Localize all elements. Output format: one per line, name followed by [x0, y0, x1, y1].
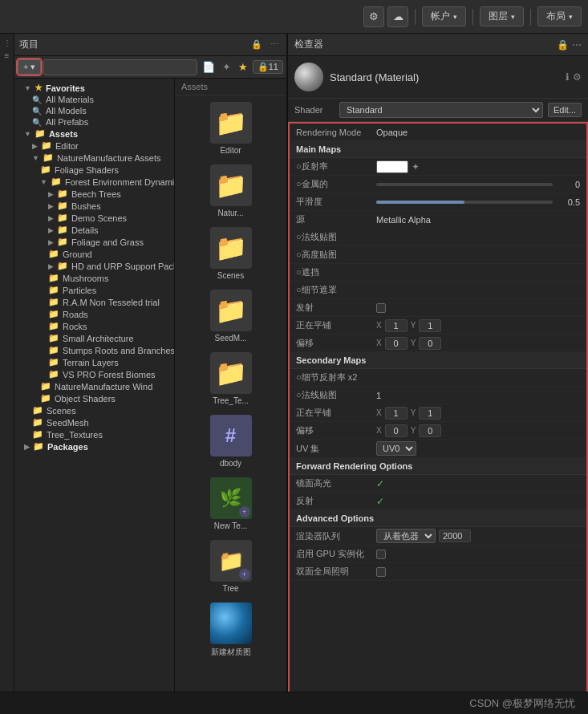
double-sided-checkbox[interactable] — [376, 567, 386, 577]
shader-edit-btn[interactable]: Edit... — [548, 103, 582, 117]
tree-vs-pro[interactable]: 📁 VS PRO Forest Biomes — [14, 368, 174, 380]
tree-beech-trees[interactable]: ▶ 📁 Beech Trees — [14, 188, 174, 200]
tiling-x[interactable]: 1 — [385, 319, 408, 332]
packages-icon: 📁 — [33, 441, 44, 452]
metallic-slider[interactable] — [376, 183, 553, 186]
tiling-xy: X 1 Y 1 — [376, 319, 441, 332]
asset-seedmesh[interactable]: 📁 SeedM... — [210, 290, 252, 343]
tree-mushrooms[interactable]: 📁 Mushrooms — [14, 272, 174, 284]
offset-x[interactable]: 0 — [385, 337, 408, 350]
scenes-folder-icon: 📁 — [32, 405, 43, 416]
tree-asset-label: Tree — [222, 584, 238, 593]
material-info-icon[interactable]: ℹ — [566, 71, 570, 83]
albedo-swatch[interactable] — [376, 160, 408, 173]
asset-editor[interactable]: 📁 Editor — [210, 102, 252, 155]
tree-forest-env[interactable]: ▼ 📁 Forest Environment Dynamic Nature — [14, 176, 174, 188]
source-value: Metallic Alpha — [376, 215, 580, 225]
main-layout: ⋮ ≡ 项目 🔒 ⋯ + ▾ 📄 ✦ ★ 🔒11 — [0, 34, 588, 714]
shader-select[interactable]: Standard — [339, 102, 543, 118]
separator-1 — [415, 9, 416, 25]
reflection-value: ✓ — [376, 496, 580, 507]
layout-button[interactable]: 布局 ▾ — [537, 6, 582, 26]
tree-nature-assets[interactable]: ▼ 📁 NatureManufacture Assets — [14, 152, 174, 164]
asset-nature[interactable]: 📁 Natur... — [210, 164, 252, 217]
material-settings-icon[interactable]: ⚙ — [573, 71, 582, 83]
asset-new-texture[interactable]: 🌿 + New Te... — [210, 477, 252, 530]
sec-tiling-x[interactable]: 1 — [385, 407, 408, 420]
tree-details[interactable]: ▶ 📁 Details — [14, 224, 174, 236]
panel-lock-btn[interactable]: 🔒 — [249, 39, 265, 51]
tree-scenes[interactable]: 📁 Scenes — [14, 404, 174, 416]
tree-foliage-grass[interactable]: ▶ 📁 Foliage and Grass — [14, 236, 174, 248]
layers-button[interactable]: 图层 ▾ — [480, 6, 524, 26]
uv-select[interactable]: UV0 — [376, 441, 416, 456]
seedmesh-asset-label: SeedM... — [214, 334, 246, 343]
tree-all-materials[interactable]: 🔍 All Materials — [14, 94, 174, 105]
sec-offset-y[interactable]: 0 — [419, 424, 441, 437]
tree-bushes[interactable]: ▶ 📁 Bushes — [14, 200, 174, 212]
smoothness-value: 0.5 — [376, 197, 580, 207]
gpu-checkbox[interactable] — [376, 550, 386, 559]
inspector-lock-btn[interactable]: 🔒 — [557, 39, 569, 51]
tree-nm-wind[interactable]: 📁 NatureManufacture Wind — [14, 380, 174, 392]
asset-sphere[interactable]: 新建材质图 — [210, 602, 252, 658]
inspector-more-btn[interactable]: ⋯ — [572, 39, 582, 51]
detail-albedo-row: ○细节反射率 x2 — [290, 369, 586, 387]
eyedropper-icon-btn[interactable]: ✦ — [220, 60, 233, 74]
asset-scenes[interactable]: 📁 Scenes — [210, 227, 252, 280]
asset-icon-btn[interactable]: 📄 — [200, 60, 217, 74]
smoothness-slider[interactable] — [376, 201, 553, 204]
tree-particles[interactable]: 📁 Particles — [14, 284, 174, 296]
tree-ground[interactable]: 📁 Ground — [14, 248, 174, 260]
add-button[interactable]: + ▾ — [18, 59, 41, 75]
settings-icon-btn[interactable]: ⚙ — [363, 6, 384, 27]
beech-icon: 📁 — [57, 189, 68, 199]
offset-y[interactable]: 0 — [419, 337, 441, 350]
source-label: 源 — [296, 213, 376, 225]
sec-tiling-y[interactable]: 1 — [419, 407, 441, 420]
account-button[interactable]: 帐户 ▾ — [422, 6, 466, 26]
tree-small-arch[interactable]: 📁 Small Architecture — [14, 332, 174, 344]
star-icon-btn[interactable]: ★ — [236, 60, 250, 74]
tree-hd-urp[interactable]: ▶ 📁 HD and URP Support Packs — [14, 260, 174, 272]
tree-editor[interactable]: ▶ 📁 Editor — [14, 140, 174, 152]
tree-rocks[interactable]: 📁 Rocks — [14, 320, 174, 332]
tree-tree-textures[interactable]: 📁 Tree_Textures — [14, 428, 174, 440]
tree-all-models[interactable]: 🔍 All Models — [14, 105, 174, 116]
left-strip-icon-2[interactable]: ≡ — [2, 50, 13, 61]
color-picker-icon[interactable]: ✦ — [412, 161, 420, 172]
favorites-header[interactable]: ▼ ★ Favorites — [14, 82, 174, 94]
smoothness-number: 0.5 — [556, 197, 580, 207]
panel-more-btn[interactable]: ⋯ — [268, 39, 282, 51]
tiling-y[interactable]: 1 — [419, 319, 441, 332]
assets-root[interactable]: ▼ 📁 Assets — [14, 128, 174, 140]
tree-all-prefabs[interactable]: 🔍 All Prefabs — [14, 116, 174, 128]
forest-arrow: ▼ — [40, 178, 47, 186]
tree-seedmesh[interactable]: 📁 SeedMesh — [14, 416, 174, 428]
asset-tree[interactable]: 📁 + Tree — [210, 540, 252, 593]
reflection-check: ✓ — [376, 496, 384, 507]
nm-wind-icon: 📁 — [40, 381, 51, 391]
tree-ram[interactable]: 📁 R.A.M Non Tesseled trial — [14, 296, 174, 308]
sec-offset-x[interactable]: 0 — [385, 424, 408, 437]
metallic-label: ○金属的 — [296, 178, 376, 190]
metallic-number: 0 — [556, 180, 580, 189]
offset-value: X 0 Y 0 — [376, 337, 580, 350]
left-strip: ⋮ ≡ — [0, 34, 14, 714]
tree-terrain-layers[interactable]: 📁 Terrain Layers — [14, 356, 174, 368]
asset-dbody[interactable]: # dbody — [210, 415, 252, 468]
tree-roads[interactable]: 📁 Roads — [14, 308, 174, 320]
packages-header[interactable]: ▶ 📁 Packages — [14, 440, 174, 452]
cloud-icon-btn[interactable]: ☁ — [387, 6, 408, 27]
sec-tiling-xy: X 1 Y 1 — [376, 407, 441, 420]
tree-object-shaders[interactable]: 📁 Object Shaders — [14, 392, 174, 404]
emission-checkbox[interactable] — [376, 303, 386, 313]
renderer-select[interactable]: 从着色器 — [376, 529, 436, 543]
search-input[interactable] — [43, 59, 197, 75]
tree-stumps[interactable]: 📁 Stumps Roots and Branches — [14, 344, 174, 356]
left-strip-icon-1[interactable]: ⋮ — [2, 37, 13, 48]
asset-tree-tex[interactable]: 📁 Tree_Te... — [210, 352, 252, 405]
tree-foliage-shaders[interactable]: 📁 Foliage Shaders — [14, 164, 174, 176]
foliage-shaders-icon: 📁 — [40, 164, 51, 175]
tree-demo-scenes[interactable]: ▶ 📁 Demo Scenes — [14, 212, 174, 224]
